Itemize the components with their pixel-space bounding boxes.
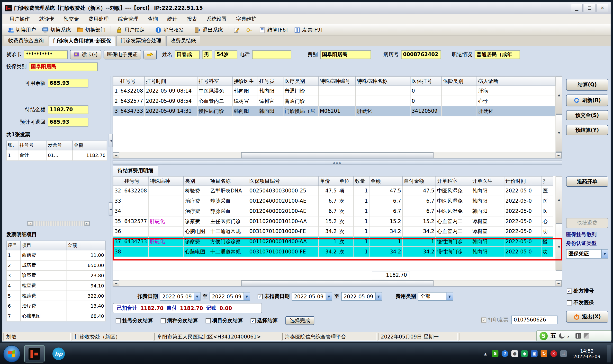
column-header[interactable]: 医保挂号 bbox=[410, 76, 442, 86]
column-header[interactable]: 开单医生 bbox=[471, 176, 504, 186]
by-disease-checkbox[interactable]: 病种分次结算 bbox=[161, 317, 198, 324]
card-input[interactable]: ********** bbox=[24, 50, 68, 59]
table-row[interactable]: 356432577肝硬化诊察费主任医师门诊001102000010100-AA1… bbox=[113, 216, 553, 226]
tray-update-icon[interactable]: ↻ bbox=[541, 351, 547, 357]
table-row[interactable]: 264325772022-05-09 08:54心血管内二谭树宣谭树宣普通门诊0… bbox=[113, 96, 555, 106]
scroll-right-arrow[interactable]: ► bbox=[556, 280, 562, 286]
scroll-up-arrow[interactable]: ▲ bbox=[556, 76, 562, 114]
tray-expand-icon[interactable]: ▲ bbox=[482, 351, 489, 357]
scroll-right-arrow[interactable]: ► bbox=[556, 152, 562, 158]
name-field[interactable]: 田春成 bbox=[175, 50, 200, 59]
invoice-f9-button[interactable]: 发票[F9] bbox=[291, 25, 325, 35]
messages-button[interactable]: 消息收发 bbox=[152, 25, 187, 35]
menu-item[interactable]: 系统设置 bbox=[202, 14, 231, 24]
select-settle-checkbox[interactable]: ✓选择结算 bbox=[251, 317, 278, 324]
column-header[interactable]: 项目 bbox=[21, 241, 66, 250]
menu-item[interactable]: 预交金 bbox=[59, 14, 84, 24]
column-header[interactable]: 挂号号 bbox=[119, 76, 144, 86]
switch-dept-button[interactable]: 切换部门 bbox=[74, 25, 108, 35]
column-header[interactable]: 特殊病种 bbox=[148, 176, 184, 186]
deduct-to-select[interactable]: 2022-05-09▼ bbox=[209, 292, 250, 300]
column-header[interactable]: 扌 bbox=[541, 176, 553, 186]
rx-queue-checkbox[interactable]: ✓处方排号 bbox=[567, 287, 594, 295]
tab-invoice-processing[interactable]: 门诊发票综合处理 bbox=[116, 36, 165, 46]
settle-f6-button[interactable]: 结算[F6] bbox=[256, 25, 290, 35]
tray-keyboard-icon[interactable]: ⌗ bbox=[560, 351, 567, 357]
column-header[interactable]: 发票号 bbox=[46, 141, 72, 150]
chevron-down-icon[interactable]: ▼ bbox=[326, 293, 332, 300]
edit-icon-button[interactable] bbox=[231, 26, 243, 34]
table-row[interactable]: 34治疗费静脉采血001204000020100-AE6.7次16.76.7中医… bbox=[113, 206, 553, 216]
table-row[interactable]: 6治疗费13.40 bbox=[7, 301, 106, 311]
print-invoice-checkbox[interactable]: ✓打印发票 bbox=[481, 316, 508, 324]
menu-item[interactable]: 报表 bbox=[182, 14, 202, 24]
drug-return-button[interactable]: 退药开单 bbox=[566, 176, 608, 187]
read-card-button[interactable]: 读卡(-) bbox=[70, 50, 101, 60]
invoice-no-input[interactable]: 0107560626 bbox=[511, 316, 558, 324]
deposit-button[interactable]: 预交金(S) bbox=[566, 110, 608, 120]
column-header[interactable]: 项目名称 bbox=[209, 176, 248, 186]
switch-system-button[interactable]: 切换系统 bbox=[40, 25, 73, 35]
punctuation-mode-icon[interactable]: , bbox=[567, 333, 573, 339]
exit-button[interactable]: 退出(X) bbox=[566, 311, 608, 323]
chevron-down-icon[interactable]: ▼ bbox=[601, 249, 608, 258]
ehc-button[interactable]: 医保电子凭证 bbox=[104, 50, 141, 60]
chevron-down-icon[interactable]: ▼ bbox=[446, 293, 453, 300]
tray-sogou-icon[interactable]: S bbox=[492, 351, 498, 357]
scroll-up-arrow[interactable]: ▲ bbox=[556, 176, 562, 223]
table-row[interactable]: 5检验费322.00 bbox=[7, 291, 106, 301]
column-header[interactable]: 病人诊断 bbox=[477, 76, 555, 86]
column-header[interactable]: 单位 bbox=[338, 176, 354, 186]
table-row[interactable]: 3诊察费23.80 bbox=[7, 271, 106, 281]
column-header[interactable]: 序号 bbox=[7, 241, 21, 250]
column-header[interactable]: 特殊病种名称 bbox=[356, 76, 410, 86]
table-row[interactable]: 7心脑电图68.40 bbox=[7, 311, 106, 321]
column-header[interactable]: 开单科室 bbox=[436, 176, 471, 186]
mini-scrollbar[interactable]: ◄ ► bbox=[27, 221, 90, 226]
switch-user-button[interactable]: 切换用户 bbox=[5, 25, 39, 35]
menu-item[interactable]: 用户操作 bbox=[5, 14, 34, 24]
column-header[interactable]: 医保项目编号 bbox=[248, 176, 318, 186]
settle-button[interactable]: 结算(Q) bbox=[566, 79, 608, 91]
column-header[interactable]: 计价时间 bbox=[504, 176, 541, 186]
sogou-icon[interactable]: S bbox=[540, 332, 548, 340]
table-row[interactable]: 376434733肝硬化诊察费方便门诊诊察001102000010400-AA1… bbox=[113, 236, 553, 247]
by-regno-checkbox[interactable]: 挂号分次结算 bbox=[116, 317, 153, 324]
scroll-down-arrow[interactable]: ▼ bbox=[556, 114, 562, 152]
tray-error-icon[interactable]: ✕ bbox=[550, 351, 557, 357]
table-row[interactable]: 2成药费650.00 bbox=[7, 260, 106, 271]
deduct-from-select[interactable]: 2022-05-09▼ bbox=[160, 292, 200, 300]
scroll-left-arrow[interactable]: ◄ bbox=[113, 152, 119, 158]
scroll-down-arrow[interactable]: ▼ bbox=[556, 223, 562, 271]
quick-refund-button[interactable]: 快捷退费 bbox=[566, 218, 608, 228]
chevron-down-icon[interactable]: ▼ bbox=[244, 293, 250, 300]
refresh-button[interactable]: 刷新(R) bbox=[566, 94, 608, 106]
tab-pending-fee-detail[interactable]: 待结算费用明细 bbox=[113, 166, 158, 176]
column-header[interactable] bbox=[113, 76, 119, 86]
taskbar-clock[interactable]: 14:52 2022-05-09 bbox=[570, 348, 604, 359]
taskbar-app-hp[interactable]: hp bbox=[48, 345, 69, 362]
table-row[interactable]: 1西药费11.00 bbox=[7, 250, 106, 260]
tab-cashier-closing[interactable]: 收费员结账 bbox=[166, 36, 200, 46]
column-header[interactable]: 自付金额 bbox=[403, 176, 436, 186]
phone-field[interactable] bbox=[252, 50, 291, 59]
collapse-handle[interactable]: ◄ bbox=[109, 134, 113, 147]
collapse-handle[interactable]: ◄ bbox=[109, 202, 113, 216]
menu-item[interactable]: 综合管理 bbox=[113, 14, 143, 24]
no-insurance-checkbox[interactable]: 不发医保 bbox=[567, 299, 594, 306]
column-header[interactable]: 接诊医生 bbox=[232, 76, 258, 86]
menu-item[interactable]: 费用处理 bbox=[84, 14, 113, 24]
key-icon-button[interactable] bbox=[244, 26, 256, 34]
minimize-button[interactable]: ▁ bbox=[571, 4, 582, 12]
column-header[interactable]: 医疗类别 bbox=[283, 76, 318, 86]
table-row[interactable]: 38心脑电图十二通道常规003107010010000-FE34.2次134.2… bbox=[113, 247, 553, 257]
table-row[interactable]: 4检查费94.10 bbox=[7, 281, 106, 291]
scroll-left-arrow[interactable]: ◄ bbox=[28, 221, 33, 226]
menu-item[interactable]: 查询 bbox=[143, 14, 163, 24]
fullwidth-mode-icon[interactable] bbox=[559, 333, 564, 339]
lock-user-button[interactable]: 用户锁定 bbox=[113, 25, 147, 35]
close-button[interactable]: ✕ bbox=[597, 4, 608, 12]
tab-cashier-query[interactable]: 收费员综合查询 bbox=[4, 36, 48, 46]
column-header[interactable]: 保险类别 bbox=[441, 76, 477, 86]
column-header[interactable]: 类别 bbox=[184, 176, 209, 186]
